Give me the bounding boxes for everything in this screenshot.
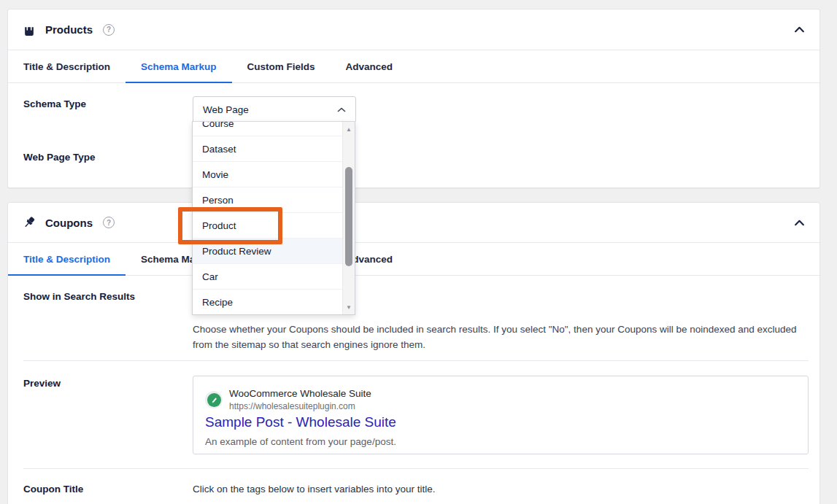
- wholesale-suite-logo-icon: [207, 393, 221, 407]
- search-result-preview-card: WooCommerce Wholesale Suite https://whol…: [193, 376, 809, 454]
- products-tab-title-description[interactable]: Title & Description: [8, 50, 126, 82]
- scrollbar-thumb[interactable]: [345, 167, 352, 266]
- dropdown-options: Course Dataset Movie Person Product Prod…: [193, 121, 355, 315]
- schema-type-select[interactable]: Web Page: [193, 96, 356, 123]
- coupons-tab-bar: Title & Description Schema Markup Custom…: [8, 243, 819, 276]
- preview-result-title-link: Sample Post - Wholesale Suite: [205, 414, 396, 430]
- coupons-tab-title-description[interactable]: Title & Description: [8, 243, 126, 275]
- dropdown-option-person[interactable]: Person: [193, 187, 355, 213]
- dropdown-option-dataset[interactable]: Dataset: [193, 136, 355, 162]
- row-divider: [23, 360, 809, 361]
- products-tab-custom-fields[interactable]: Custom Fields: [232, 50, 331, 82]
- dropdown-option-movie[interactable]: Movie: [193, 162, 355, 187]
- scroll-down-arrow-icon[interactable]: ▼: [343, 301, 355, 313]
- coupons-collapse-chevron-up-icon[interactable]: [794, 220, 805, 226]
- chevron-up-icon: [337, 107, 346, 112]
- coupon-title-label: Coupon Title: [23, 484, 83, 495]
- schema-type-label: Schema Type: [23, 98, 86, 109]
- products-tab-schema-markup[interactable]: Schema Markup: [126, 50, 232, 82]
- products-tab-bar: Title & Description Schema Markup Custom…: [8, 50, 819, 83]
- products-collapse-chevron-up-icon[interactable]: [794, 26, 805, 33]
- preview-site-name: WooCommerce Wholesale Suite: [229, 388, 371, 399]
- products-help-icon[interactable]: ?: [103, 24, 115, 36]
- show-in-search-results-label: Show in Search Results: [23, 291, 135, 302]
- products-section-title: Products: [45, 23, 93, 36]
- preview-result-description: An example of content from your page/pos…: [205, 436, 396, 447]
- pushpin-icon: [23, 216, 36, 229]
- coupon-title-help-text: Click on the tags below to insert variab…: [193, 484, 435, 495]
- products-tab-advanced[interactable]: Advanced: [331, 50, 409, 82]
- dropdown-scrollbar[interactable]: ▲ ▼: [342, 122, 355, 314]
- preview-label: Preview: [23, 378, 61, 389]
- web-page-type-label: Web Page Type: [23, 152, 96, 163]
- products-section-card: Products ? Title & Description Schema Ma…: [7, 9, 820, 188]
- row-divider: [23, 468, 809, 469]
- coupons-help-icon[interactable]: ?: [103, 217, 115, 228]
- products-section-header: Products ?: [8, 9, 819, 50]
- coupons-section-header: Coupons ?: [8, 203, 819, 243]
- coupons-section-title: Coupons: [45, 217, 93, 229]
- schema-type-selected-value: Web Page: [203, 104, 249, 115]
- schema-type-dropdown-list: Course Dataset Movie Person Product Prod…: [192, 121, 355, 315]
- dropdown-option-product[interactable]: Product: [193, 213, 355, 239]
- site-favicon: [205, 391, 223, 408]
- dropdown-option-course[interactable]: Course: [193, 121, 355, 136]
- dropdown-option-car[interactable]: Car: [193, 264, 355, 290]
- shopping-bag-icon: [23, 23, 36, 36]
- coupons-section-card: Coupons ? Title & Description Schema Mar…: [7, 202, 820, 504]
- preview-site-url: https://wholesalesuiteplugin.com: [229, 401, 355, 411]
- dropdown-option-product-review[interactable]: Product Review: [193, 239, 355, 264]
- scroll-up-arrow-icon[interactable]: ▲: [343, 123, 355, 135]
- show-in-search-results-description: Choose whether your Coupons should be in…: [193, 322, 801, 352]
- dropdown-option-recipe[interactable]: Recipe: [193, 290, 355, 315]
- settings-page: Products ? Title & Description Schema Ma…: [0, 0, 837, 504]
